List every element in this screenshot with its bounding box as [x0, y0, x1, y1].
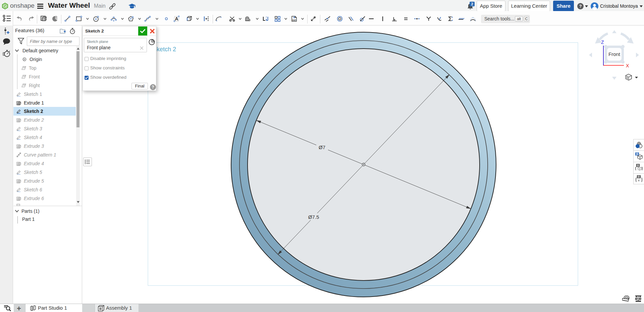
svg-text:A: A — [175, 16, 178, 21]
svg-text:DXF: DXF — [292, 19, 297, 21]
svg-text:Front: Front — [608, 51, 621, 57]
svg-text:X: X — [626, 63, 629, 68]
svg-text:Ø7: Ø7 — [319, 144, 325, 150]
svg-text:x: x — [638, 178, 640, 182]
svg-text:Ø7.5: Ø7.5 — [308, 214, 319, 220]
svg-text:Z: Z — [601, 40, 604, 45]
